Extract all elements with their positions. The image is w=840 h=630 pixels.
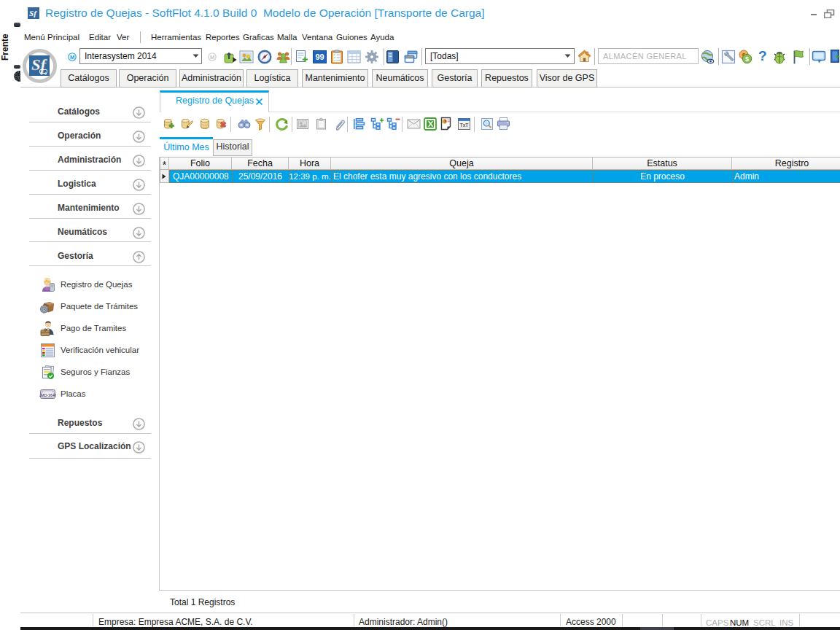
svg-text:$: $ — [745, 55, 749, 63]
svg-text:LMD-3647: LMD-3647 — [39, 393, 56, 397]
svg-text:M: M — [210, 54, 214, 61]
svg-text:✔: ✔ — [333, 59, 335, 62]
svg-text:TxT: TxT — [460, 122, 469, 128]
svg-text:Sf: Sf — [29, 9, 37, 18]
svg-text:99: 99 — [315, 52, 324, 61]
svg-text:M: M — [70, 54, 74, 61]
